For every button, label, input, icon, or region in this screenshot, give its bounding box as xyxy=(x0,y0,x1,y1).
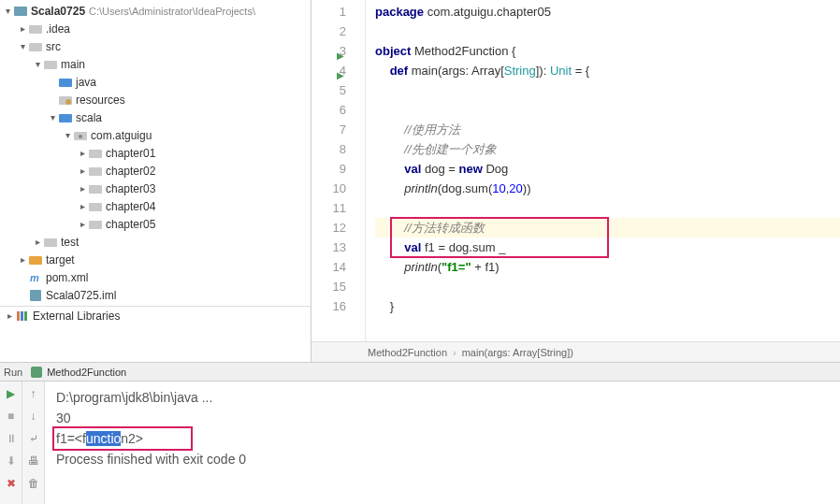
tree-ch01[interactable]: ▸ chapter01 xyxy=(0,144,311,162)
wrap-button[interactable]: ⤶ xyxy=(25,430,42,447)
svg-rect-19 xyxy=(30,290,41,301)
chevron-right-icon: ▸ xyxy=(77,201,88,211)
dump-button[interactable]: ⬇ xyxy=(3,453,20,469)
project-tree: ▾ Scala0725 C:\Users\Administrator\IdeaP… xyxy=(0,0,311,362)
svg-rect-22 xyxy=(24,311,27,321)
svg-text:m: m xyxy=(30,272,39,283)
breadcrumb: Method2Function › main(args: Array[Strin… xyxy=(311,341,840,362)
breadcrumb-item[interactable]: main(args: Array[String]) xyxy=(462,347,573,358)
svg-rect-15 xyxy=(89,221,102,229)
source-folder-icon xyxy=(58,110,73,125)
svg-rect-12 xyxy=(89,167,102,176)
svg-rect-13 xyxy=(89,185,102,194)
package-icon xyxy=(88,164,103,179)
library-icon xyxy=(15,309,30,324)
chevron-right-icon: ▸ xyxy=(77,166,88,176)
tree-external-libs[interactable]: ▸ External Libraries xyxy=(0,306,311,324)
run-config-icon xyxy=(30,366,43,379)
module-icon xyxy=(28,288,43,303)
resource-folder-icon xyxy=(58,93,73,108)
print-button[interactable]: 🖶 xyxy=(25,453,42,469)
close-button[interactable]: ✖ xyxy=(3,475,20,492)
svg-rect-3 xyxy=(29,43,42,51)
code-editor: 1 2 3▶ 4▶ 5 6 7 8 9 10 11 12 13 14 15 16 xyxy=(311,0,840,362)
console-line: D:\program\jdk8\bin\java ... xyxy=(56,387,829,408)
chevron-right-icon: ▸ xyxy=(32,237,43,247)
package-icon xyxy=(73,128,88,143)
tree-main[interactable]: ▾ main xyxy=(0,55,311,73)
svg-rect-23 xyxy=(31,367,42,378)
svg-rect-11 xyxy=(89,150,102,158)
run-panel: Run Method2Function ▶ ■ ⏸ ⬇ ✖ ↑ ↓ ⤶ 🖶 🗑 … xyxy=(0,363,840,504)
chevron-right-icon: › xyxy=(453,347,456,358)
tree-src[interactable]: ▾ src xyxy=(0,37,311,55)
tree-pkg[interactable]: ▾ com.atguigu xyxy=(0,126,311,144)
package-icon xyxy=(88,217,103,232)
package-icon xyxy=(88,146,103,161)
chevron-down-icon: ▾ xyxy=(17,41,28,51)
folder-icon xyxy=(43,57,58,72)
svg-rect-17 xyxy=(29,256,42,265)
tree-ch05[interactable]: ▸ chapter05 xyxy=(0,215,311,233)
console-output[interactable]: D:\program\jdk8\bin\java ... 30 f1=<func… xyxy=(45,382,840,504)
package-icon xyxy=(88,199,103,214)
console-line: f1=<function2> xyxy=(56,428,829,449)
chevron-right-icon: ▸ xyxy=(77,148,88,158)
up-button[interactable]: ↑ xyxy=(25,385,42,402)
tree-iml[interactable]: Scala0725.iml xyxy=(0,286,311,304)
tree-test[interactable]: ▸ test xyxy=(0,233,311,251)
folder-icon xyxy=(13,4,28,19)
tree-scala[interactable]: ▾ scala xyxy=(0,108,311,126)
run-toolbar: ▶ ■ ⏸ ⬇ ✖ xyxy=(0,382,22,504)
code-body[interactable]: package com.atguigu.chapter05 object Met… xyxy=(366,0,840,341)
svg-rect-8 xyxy=(59,114,72,122)
folder-icon xyxy=(43,235,58,250)
breadcrumb-item[interactable]: Method2Function xyxy=(368,347,447,358)
svg-rect-2 xyxy=(29,25,42,34)
project-name: Scala0725 xyxy=(31,5,85,18)
tree-ch04[interactable]: ▸ chapter04 xyxy=(0,197,311,215)
source-folder-icon xyxy=(58,75,73,90)
svg-rect-21 xyxy=(21,311,23,321)
tree-target[interactable]: ▸ target xyxy=(0,251,311,268)
chevron-down-icon: ▾ xyxy=(32,59,43,69)
tree-pom[interactable]: m pom.xml xyxy=(0,268,311,286)
tree-resources[interactable]: resources xyxy=(0,91,311,108)
console-line: Process finished with exit code 0 xyxy=(56,449,829,469)
stop-button[interactable]: ■ xyxy=(3,408,20,425)
maven-icon: m xyxy=(28,270,43,285)
project-path: C:\Users\Administrator\IdeaProjects\ xyxy=(89,6,255,17)
tree-idea[interactable]: ▸ .idea xyxy=(0,20,311,37)
svg-rect-1 xyxy=(14,7,20,9)
chevron-right-icon: ▸ xyxy=(4,310,15,321)
svg-rect-4 xyxy=(44,61,57,69)
tree-java[interactable]: java xyxy=(0,73,311,91)
run-header: Run Method2Function xyxy=(0,363,840,382)
tree-ch03[interactable]: ▸ chapter03 xyxy=(0,180,311,197)
console-line: 30 xyxy=(56,408,829,428)
svg-rect-14 xyxy=(89,203,102,211)
chevron-down-icon: ▾ xyxy=(62,130,73,140)
line-gutter: 1 2 3▶ 4▶ 5 6 7 8 9 10 11 12 13 14 15 16 xyxy=(311,0,366,341)
svg-rect-20 xyxy=(17,311,20,321)
trash-button[interactable]: 🗑 xyxy=(25,475,42,492)
run-label: Run xyxy=(4,367,22,378)
package-icon xyxy=(88,181,103,196)
svg-rect-5 xyxy=(59,79,72,87)
tree-ch02[interactable]: ▸ chapter02 xyxy=(0,162,311,180)
folder-icon xyxy=(28,22,43,36)
chevron-right-icon: ▸ xyxy=(17,254,28,265)
run-toolbar-2: ↑ ↓ ⤶ 🖶 🗑 xyxy=(22,382,45,504)
svg-point-7 xyxy=(65,99,71,105)
rerun-button[interactable]: ▶ xyxy=(3,385,20,402)
target-folder-icon xyxy=(28,252,43,267)
svg-rect-16 xyxy=(44,238,57,247)
svg-point-10 xyxy=(79,135,82,138)
run-tab-name[interactable]: Method2Function xyxy=(47,367,126,378)
pause-button[interactable]: ⏸ xyxy=(3,430,20,447)
chevron-right-icon: ▸ xyxy=(17,23,28,34)
tree-project-root[interactable]: ▾ Scala0725 C:\Users\Administrator\IdeaP… xyxy=(0,2,311,20)
chevron-down-icon: ▾ xyxy=(47,112,58,122)
down-button[interactable]: ↓ xyxy=(25,408,42,425)
chevron-down-icon: ▾ xyxy=(2,6,13,16)
